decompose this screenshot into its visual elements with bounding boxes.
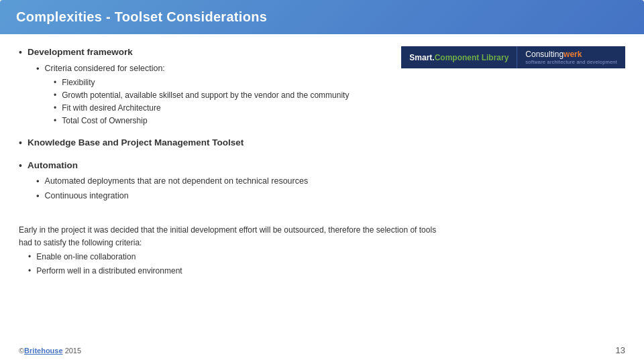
footer-year: 2015 — [63, 347, 82, 355]
sub-bullet-criteria: • Criteria considered for selection: — [36, 62, 401, 76]
logo-consulting-normal: Consulting — [525, 50, 564, 59]
closing-dot-1: • — [28, 251, 31, 263]
sub-bullet-ci: • Continuous integration — [36, 190, 625, 203]
sub-sub-bullet-growth: • Growth potential, available skillset a… — [54, 89, 401, 101]
sub-bullet-dot-criteria: • — [36, 62, 40, 76]
logo-smart-green: Component Library — [435, 53, 509, 62]
slide: Complexities - Toolset Considerations • … — [0, 0, 644, 362]
closing-text: Early in the project it was decided that… — [19, 224, 625, 277]
bullet-automation: • Automation — [19, 160, 625, 173]
bullet-knowledge: • Knowledge Base and Project Management … — [19, 137, 625, 150]
bullet-development: • Development framework — [19, 46, 401, 60]
closing-bullet-2: • Perform well in a distributed environm… — [28, 265, 625, 278]
closing-intro2: had to satisfy the following criteria: — [19, 237, 625, 249]
logo-consulting-orange: werk — [564, 50, 582, 59]
closing-text-2: Perform well in a distributed environmen… — [36, 265, 182, 278]
footer-page-number: 13 — [616, 345, 625, 355]
logo-sub-text: software architecture and development — [525, 59, 617, 65]
sub-sub-text-fit: Fit with desired Architecture — [62, 102, 160, 114]
section-development-content: • Development framework • Criteria consi… — [19, 46, 401, 127]
closing-text-1: Enable on-line collaboration — [36, 251, 136, 263]
section-automation: • Automation • Automated deployments tha… — [19, 160, 625, 203]
sub-sub-text-flexibility: Flexibility — [62, 76, 95, 88]
bullet-dot-automation: • — [19, 160, 22, 173]
sub-bullet-text-criteria: Criteria considered for selection: — [45, 62, 165, 75]
footer-left: ©Britehouse 2015 — [19, 347, 81, 355]
closing-intro-line1: Early in the project it was decided that… — [19, 225, 436, 235]
closing-intro: Early in the project it was decided that… — [19, 224, 625, 237]
footer-brand: Britehouse — [24, 347, 62, 355]
sub-sub-dot-growth: • — [54, 89, 56, 101]
logo-smart-text: Smart.Component Library — [409, 53, 508, 62]
bullet-text-automation: Automation — [28, 160, 78, 172]
logo-consulting-text: Consultingwerk — [525, 50, 582, 59]
sub-dot-ci: • — [36, 190, 40, 203]
logo-box: Smart.Component Library Consultingwerk s… — [401, 46, 625, 68]
logo-right: Consultingwerk software architecture and… — [517, 46, 625, 68]
sub-text-automated: Automated deployments that are not depen… — [45, 175, 309, 188]
sub-sub-bullet-flexibility: • Flexibility — [54, 76, 401, 88]
closing-bullet-1: • Enable on-line collaboration — [28, 251, 625, 263]
bullet-text-development: Development framework — [28, 46, 133, 59]
sub-sub-dot-fit: • — [54, 102, 56, 114]
section-development: • Development framework • Criteria consi… — [19, 46, 625, 127]
logo-left: Smart.Component Library — [401, 46, 517, 68]
bullet-dot-knowledge: • — [19, 137, 22, 150]
closing-dot-2: • — [28, 265, 31, 278]
sub-sub-bullet-tco: • Total Cost of Ownership — [54, 115, 401, 127]
sub-sub-dot-flexibility: • — [54, 76, 56, 88]
slide-title: Complexities - Toolset Considerations — [16, 9, 267, 24]
footer-copyright: © — [19, 347, 24, 355]
sub-bullet-automated: • Automated deployments that are not dep… — [36, 175, 625, 188]
section-knowledge: • Knowledge Base and Project Management … — [19, 137, 625, 150]
closing-intro-line2: had to satisfy the following criteria: — [19, 238, 142, 247]
sub-sub-dot-tco: • — [54, 115, 56, 127]
slide-header: Complexities - Toolset Considerations — [0, 0, 644, 34]
sub-sub-text-tco: Total Cost of Ownership — [62, 115, 147, 127]
footer: ©Britehouse 2015 13 — [19, 345, 625, 355]
bullet-dot-development: • — [19, 46, 22, 60]
slide-content: • Development framework • Criteria consi… — [0, 34, 644, 219]
sub-text-ci: Continuous integration — [45, 190, 129, 202]
sub-dot-automated: • — [36, 175, 40, 188]
sub-sub-text-growth: Growth potential, available skillset and… — [62, 89, 349, 101]
sub-sub-bullet-fit: • Fit with desired Architecture — [54, 102, 401, 114]
bullet-text-knowledge: Knowledge Base and Project Management To… — [28, 137, 244, 149]
